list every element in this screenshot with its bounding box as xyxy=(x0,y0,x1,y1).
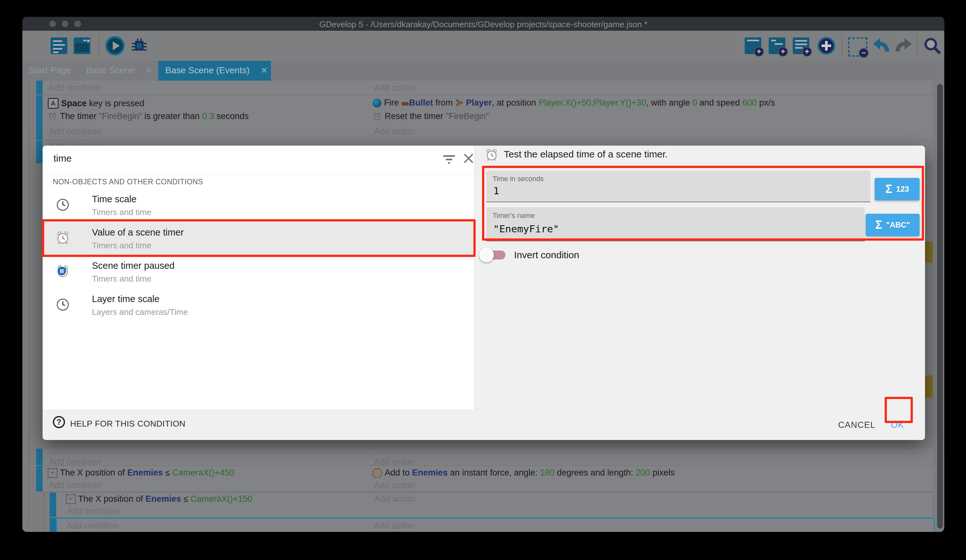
add-condition-button[interactable]: Add condition xyxy=(49,83,101,93)
list-item-time-scale[interactable]: Time scale Timers and time xyxy=(43,188,474,221)
force-hand-icon xyxy=(373,468,382,478)
add-action-button[interactable]: Add action xyxy=(374,83,415,93)
cancel-button[interactable]: CANCEL xyxy=(831,417,882,433)
project-manager-icon[interactable] xyxy=(51,38,67,54)
event-row: Add condition Add action xyxy=(43,449,933,466)
subevent-row-selected[interactable]: Add condition Add action xyxy=(56,518,935,532)
event-indicator-bar[interactable] xyxy=(36,449,43,465)
invert-condition-toggle-thumb[interactable] xyxy=(479,248,494,262)
add-action-button[interactable]: Add action xyxy=(374,521,415,531)
fire-bullet-icon xyxy=(373,98,381,108)
subevent-tree-guide xyxy=(44,491,44,532)
event-indicator-bar[interactable] xyxy=(36,95,43,140)
action-add-force[interactable]: Add to Enemies an instant force, angle: … xyxy=(373,468,675,478)
window-title: GDevelop 5 - /Users/dkarakay/Documents/G… xyxy=(22,20,944,29)
add-condition-button[interactable]: Add condition xyxy=(49,457,101,467)
alarm-clock-icon xyxy=(484,147,499,162)
invert-condition-label: Invert condition xyxy=(514,250,579,260)
x-position-icon xyxy=(48,468,58,478)
delete-event-icon[interactable]: − xyxy=(848,38,867,57)
svg-text:?: ? xyxy=(57,418,61,426)
event-indicator-bar[interactable] xyxy=(50,493,56,517)
add-condition-button[interactable]: Add condition xyxy=(67,506,120,516)
timer-icon xyxy=(373,112,382,121)
close-tab-icon[interactable]: ✕ xyxy=(261,65,268,75)
help-button[interactable]: HELP FOR THIS CONDITION xyxy=(70,419,186,429)
toolbar-divider xyxy=(842,35,842,56)
timer-paused-icon xyxy=(55,264,71,279)
annotation-rect-selected-condition xyxy=(42,219,476,257)
list-item-scene-timer-paused[interactable]: Scene timer paused Timers and time xyxy=(43,255,474,288)
list-item-layer-time-scale[interactable]: Layer time scale Layers and cameras/Time xyxy=(43,288,474,321)
event-indicator-bar[interactable] xyxy=(50,518,56,532)
add-event-circle-icon[interactable] xyxy=(817,37,835,55)
action-reset-timer[interactable]: Reset the timer "FireBegin" xyxy=(373,111,489,121)
close-icon[interactable] xyxy=(463,152,474,164)
event-row: The X position of Enemies ≤ CameraX()+45… xyxy=(43,466,933,492)
subevent-tree-tick xyxy=(44,503,50,504)
add-condition-button[interactable]: Add condition xyxy=(67,521,119,531)
condition-enemies-x-450[interactable]: The X position of Enemies ≤ CameraX()+45… xyxy=(48,468,234,478)
scene-preview-window-icon[interactable] xyxy=(74,38,90,54)
toolbar: + + + − xyxy=(22,31,944,61)
event-tree-guide xyxy=(29,81,30,526)
section-header: NON-OBJECTS AND OTHER CONDITIONS xyxy=(53,178,203,186)
player-object-icon xyxy=(455,98,463,107)
debugger-icon[interactable] xyxy=(130,36,149,55)
condition-list-panel: NON-OBJECTS AND OTHER CONDITIONS Time sc… xyxy=(43,146,474,409)
add-condition-button[interactable]: Add condition xyxy=(49,126,101,136)
add-condition-button[interactable]: Add condition xyxy=(49,480,101,490)
event-row: A Space key is pressed The timer "FireBe… xyxy=(43,95,933,141)
event-indicator-bar[interactable] xyxy=(36,466,43,491)
search-bar xyxy=(43,146,474,175)
panel-title: Test the elapsed time of a scene timer. xyxy=(504,149,668,160)
condition-space-key[interactable]: A Space key is pressed xyxy=(48,98,145,109)
help-icon[interactable]: ? xyxy=(52,415,66,429)
titlebar: GDevelop 5 - /Users/dkarakay/Documents/G… xyxy=(22,17,944,31)
add-comment-icon[interactable]: + xyxy=(793,38,809,54)
x-position-icon xyxy=(66,495,76,504)
add-action-button[interactable]: Add action xyxy=(375,494,416,504)
add-action-button[interactable]: Add action xyxy=(374,457,415,467)
add-subevent-icon[interactable]: + xyxy=(769,38,785,54)
keyboard-key-icon: A xyxy=(48,98,59,109)
preview-play-icon[interactable] xyxy=(105,36,125,56)
clock-icon xyxy=(56,297,70,312)
condition-timer-firebegin[interactable]: The timer "FireBegin" is greater than 0.… xyxy=(48,111,249,121)
search-icon[interactable] xyxy=(923,36,941,55)
filter-icon[interactable] xyxy=(442,153,456,166)
tab-bar: Start Page Base Scene ✕ Base Scene (Even… xyxy=(22,61,944,81)
tab-base-scene[interactable]: Base Scene ✕ xyxy=(86,61,158,81)
clock-icon xyxy=(56,197,70,212)
subevent-tree-tick xyxy=(44,528,50,529)
toolbar-divider xyxy=(99,35,99,56)
event-indicator-bar[interactable] xyxy=(36,141,43,163)
add-action-button[interactable]: Add action xyxy=(374,126,415,136)
search-input[interactable] xyxy=(53,152,406,164)
condition-enemies-x-150[interactable]: The X position of Enemies ≤ CameraX()+15… xyxy=(66,494,252,504)
vertical-scrollbar[interactable] xyxy=(937,84,943,529)
add-object-icon[interactable]: + xyxy=(745,38,761,54)
subevent-row: The X position of Enemies ≤ CameraX()+15… xyxy=(56,493,933,517)
tab-base-scene-events[interactable]: Base Scene (Events) ✕ xyxy=(158,61,271,81)
action-fire-bullet[interactable]: Fire Bullet from Player, at position Pla… xyxy=(373,98,775,108)
tab-start-page[interactable]: Start Page xyxy=(29,61,87,81)
timer-icon xyxy=(48,112,58,121)
bullet-object-icon xyxy=(401,102,409,106)
toolbar-divider xyxy=(917,35,917,56)
event-indicator-bar[interactable] xyxy=(36,81,43,95)
add-action-button[interactable]: Add action xyxy=(374,480,415,490)
undo-icon[interactable] xyxy=(871,38,890,54)
annotation-rect-parameter-fields xyxy=(482,166,924,241)
event-row: Add condition Add action xyxy=(43,81,933,95)
redo-icon[interactable] xyxy=(894,38,913,54)
close-tab-icon[interactable]: ✕ xyxy=(145,65,152,75)
dialog-footer: ? HELP FOR THIS CONDITION CANCEL OK xyxy=(43,409,925,440)
annotation-rect-ok-button xyxy=(885,397,913,423)
